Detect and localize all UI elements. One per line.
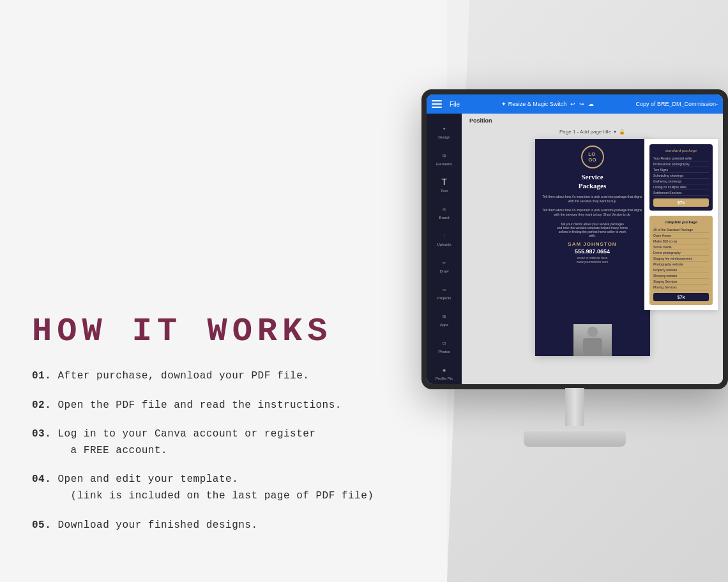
- lock-icon[interactable]: 🔒: [619, 129, 625, 135]
- main-title: HOW IT WORKS: [32, 313, 428, 350]
- sidebar-item-elements[interactable]: ⊞ Elements: [432, 146, 457, 170]
- complete-package-title: complete package: [653, 220, 709, 225]
- packages-panel: standard package Your Realtor potential …: [644, 139, 718, 310]
- list-item: Settlement Services: [653, 190, 709, 196]
- step-3: 03. Log in to your Canva account or regi…: [32, 426, 428, 459]
- redo-icon[interactable]: ↪: [579, 101, 584, 107]
- elements-icon: ⊞: [439, 149, 450, 161]
- standard-package-title: standard package: [653, 148, 709, 153]
- photos-icon: ⊡: [439, 337, 450, 348]
- monitor-base: [524, 431, 626, 447]
- monitor-neck: [565, 388, 584, 426]
- uploads-icon: ↑: [439, 230, 450, 241]
- canva-sidebar: ✦ Design ⊞ Elements T Text ◎ Brand: [427, 114, 462, 384]
- list-item: Mailer $50 co-op: [653, 239, 709, 244]
- complete-package-list: All of the Standard Package Open House M…: [653, 227, 709, 290]
- flyer-body-text-2: Tell your clients about your service pac…: [557, 222, 628, 237]
- flyer-person-silhouette: [573, 324, 612, 356]
- text-icon: T: [439, 176, 450, 188]
- design-icon: ✦: [439, 123, 450, 134]
- list-item: Your Realtor potential seller: [653, 156, 709, 161]
- list-item: Professional photography: [653, 161, 709, 167]
- flyer-agent-name: SAM JOHNSTON: [568, 241, 616, 247]
- step-5-text: Download your finished designs.: [57, 519, 257, 531]
- list-item: Scheduling showings: [653, 173, 709, 179]
- monitor-body: File ✦ Resize & Magic Switch ↩ ↪ ☁ Copy …: [421, 89, 728, 389]
- complete-package: complete package All of the Standard Pac…: [649, 216, 713, 305]
- monitor-screen: File ✦ Resize & Magic Switch ↩ ↪ ☁ Copy …: [427, 94, 723, 384]
- sidebar-item-design[interactable]: ✦ Design: [432, 119, 457, 143]
- step-1-text: After purchase, download your PDF file.: [57, 370, 309, 382]
- save-icon[interactable]: ☁: [588, 101, 594, 107]
- monitor-mockup: File ✦ Resize & Magic Switch ↩ ↪ ☁ Copy …: [409, 89, 728, 472]
- standard-package-list: Your Realtor potential seller Profession…: [653, 156, 709, 196]
- step-5-number: 05.: [32, 519, 51, 531]
- standard-price-button[interactable]: $7k: [653, 198, 709, 207]
- step-4: 04. Open and edit your template. (link i…: [32, 472, 428, 504]
- list-item: Two Signs: [653, 167, 709, 173]
- resize-magic-switch-label[interactable]: ✦ Resize & Magic Switch: [501, 101, 566, 107]
- apps-icon: ⊞: [439, 310, 450, 322]
- sidebar-item-apps[interactable]: ⊞ Apps: [432, 306, 457, 331]
- flyer-phone: 555.987.0654: [575, 248, 610, 255]
- sidebar-item-brand[interactable]: ◎ Brand: [432, 199, 457, 223]
- list-item: Staging Services: [653, 279, 709, 285]
- list-item: Showing website: [653, 273, 709, 279]
- list-item: Social media: [653, 244, 709, 250]
- draw-icon: ✏: [439, 257, 450, 268]
- undo-icon[interactable]: ↩: [570, 101, 575, 107]
- step-4-text: Open and edit your template. (link is in…: [32, 474, 374, 502]
- hamburger-menu-icon[interactable]: [432, 98, 444, 110]
- step-5: 05. Download your finished designs.: [32, 518, 428, 534]
- flyer-body-text: Tell them about how it's important to pi…: [540, 195, 645, 217]
- step-4-number: 04.: [32, 474, 51, 485]
- step-2-number: 02.: [32, 399, 51, 411]
- list-item: Drone photography: [653, 250, 709, 256]
- sidebar-item-profile-pic[interactable]: ◉ Profile Pic: [432, 360, 457, 384]
- standard-package: standard package Your Realtor potential …: [649, 144, 713, 211]
- step-1-number: 01.: [32, 370, 51, 382]
- sidebar-item-uploads[interactable]: ↑ Uploads: [432, 226, 457, 250]
- content-left: HOW IT WORKS 01. After purchase, downloa…: [32, 313, 428, 546]
- chevron-down-icon[interactable]: ▾: [614, 129, 616, 135]
- step-3-number: 03.: [32, 428, 51, 440]
- flyer-title: ServicePackages: [579, 172, 606, 191]
- step-2: 02. Open the PDF file and read the instr…: [32, 398, 428, 414]
- position-label: Position: [469, 117, 492, 124]
- list-item: Photography website: [653, 262, 709, 267]
- canva-main: ✦ Design ⊞ Elements T Text ◎ Brand: [427, 114, 723, 384]
- sidebar-item-photos[interactable]: ⊡ Photos: [432, 333, 457, 357]
- file-menu-item[interactable]: File: [450, 101, 460, 108]
- topbar-center: ✦ Resize & Magic Switch ↩ ↪ ☁: [465, 101, 630, 107]
- flyer-contact: email or website herewww.yourwebsite.com: [577, 256, 608, 264]
- flyer-agent-photo: [573, 324, 612, 356]
- step-3-text: Log in to your Canva account or register…: [32, 428, 315, 456]
- document-title: Copy of BRE_DM_Commission-: [635, 101, 718, 107]
- list-item: Property website: [653, 267, 709, 273]
- brand-icon: ◎: [439, 203, 450, 214]
- list-item: All of the Standard Package: [653, 227, 709, 233]
- list-item: Open House: [653, 233, 709, 239]
- steps-list: 01. After purchase, download your PDF fi…: [32, 368, 428, 534]
- canva-topbar: File ✦ Resize & Magic Switch ↩ ↪ ☁ Copy …: [427, 94, 723, 114]
- canva-content[interactable]: Position Page 1 - Add page title ▾ 🔒 ↻ L…: [462, 114, 723, 384]
- profile-pic-icon: ◉: [439, 364, 450, 375]
- flyer-canvas: LOGO ServicePackages Tell them about how…: [535, 139, 650, 356]
- list-item: Staging fee reimbursement: [653, 256, 709, 262]
- step-2-text: Open the PDF file and read the instructi…: [57, 399, 341, 411]
- step-1: 01. After purchase, download your PDF fi…: [32, 368, 428, 385]
- flyer-logo: LOGO: [581, 146, 604, 168]
- sidebar-item-text[interactable]: T Text: [432, 172, 457, 197]
- page-indicator: Page 1 - Add page title ▾ 🔒: [559, 129, 625, 135]
- sidebar-item-draw[interactable]: ✏ Draw: [432, 253, 457, 277]
- flyer-content: LOGO ServicePackages Tell them about how…: [535, 139, 650, 356]
- complete-price-button[interactable]: $7k: [653, 293, 709, 301]
- list-item: Listing on multiple sites: [653, 184, 709, 190]
- list-item: Gathering showings: [653, 179, 709, 184]
- sidebar-item-projects[interactable]: ▭ Projects: [432, 280, 457, 304]
- projects-icon: ▭: [439, 283, 450, 295]
- list-item: Moving Services: [653, 285, 709, 290]
